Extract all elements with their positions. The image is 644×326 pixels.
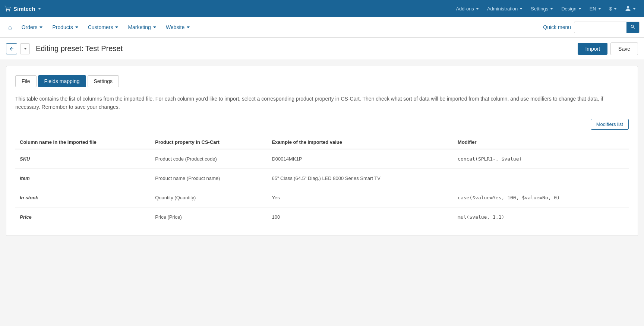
modifiers-list-button[interactable]: Modifiers list xyxy=(591,119,629,130)
tab-settings[interactable]: Settings xyxy=(88,75,119,87)
tab-fields-mapping[interactable]: Fields mapping xyxy=(38,75,86,87)
col-header-modifier: Modifier xyxy=(453,136,629,149)
row-3-column-name: Price xyxy=(15,207,151,227)
row-3-property: Price (Price) xyxy=(151,207,267,227)
row-1-column-name: Item xyxy=(15,168,151,188)
administration-menu[interactable]: Administration xyxy=(483,4,526,14)
col-header-example: Example of the imported value xyxy=(267,136,453,149)
row-0-property: Product code (Product code) xyxy=(151,149,267,169)
table-row: Price Price (Price) 100 mul($value, 1.1) xyxy=(15,207,629,227)
design-caret xyxy=(578,8,581,10)
addons-menu[interactable]: Add-ons xyxy=(452,4,482,14)
table-body: SKU Product code (Product code) D00014MK… xyxy=(15,149,629,227)
addons-caret xyxy=(476,8,479,10)
import-button[interactable]: Import xyxy=(578,43,607,55)
user-icon xyxy=(625,6,631,12)
currency-caret xyxy=(614,8,617,10)
lang-caret xyxy=(598,8,601,10)
home-icon: ⌂ xyxy=(8,24,12,31)
search-input[interactable] xyxy=(574,23,626,32)
row-2-column-name: In stock xyxy=(15,188,151,207)
table-row: In stock Quantity (Quantity) Yes case($v… xyxy=(15,188,629,207)
design-menu[interactable]: Design xyxy=(558,4,585,14)
table-row: Item Product name (Product name) 65" Cla… xyxy=(15,168,629,188)
quick-menu-link[interactable]: Quick menu xyxy=(543,24,571,30)
products-menu[interactable]: Products xyxy=(48,21,82,33)
marketing-menu[interactable]: Marketing xyxy=(123,21,160,33)
customers-menu[interactable]: Customers xyxy=(83,21,123,33)
marketing-caret xyxy=(153,26,156,28)
customers-caret xyxy=(115,26,118,28)
second-bar: ⌂ Orders Products Customers Marketing We… xyxy=(0,17,644,38)
row-0-example: D00014MK1P xyxy=(267,149,453,169)
settings-caret xyxy=(550,8,553,10)
tab-file[interactable]: File xyxy=(15,75,37,87)
top-nav: Add-ons Administration Settings Design E… xyxy=(452,3,640,14)
back-arrow-icon xyxy=(9,46,14,51)
row-0-modifier: concat(SPLR1-, $value) xyxy=(453,149,629,169)
website-menu[interactable]: Website xyxy=(161,21,194,33)
title-dropdown-button[interactable] xyxy=(20,43,30,54)
mapping-table: Column name in the imported file Product… xyxy=(15,136,629,227)
user-caret xyxy=(633,8,636,10)
table-header: Column name in the imported file Product… xyxy=(15,136,629,149)
col-header-column-name: Column name in the imported file xyxy=(15,136,151,149)
back-button[interactable] xyxy=(6,43,17,54)
row-3-example: 100 xyxy=(267,207,453,227)
tab-bar: File Fields mapping Settings xyxy=(15,75,629,87)
description-text: This table contains the list of columns … xyxy=(15,95,629,111)
row-0-column-name: SKU xyxy=(15,149,151,169)
search-button[interactable] xyxy=(626,22,639,33)
row-1-property: Product name (Product name) xyxy=(151,168,267,188)
row-2-property: Quantity (Quantity) xyxy=(151,188,267,207)
title-bar: Editing preset: Test Preset Import Save xyxy=(0,38,644,60)
website-caret xyxy=(187,26,190,28)
search-box xyxy=(574,22,640,33)
row-1-example: 65" Class (64.5" Diag.) LED 8000 Series … xyxy=(267,168,453,188)
cart-icon xyxy=(4,5,11,12)
table-row: SKU Product code (Product code) D00014MK… xyxy=(15,149,629,169)
user-menu[interactable] xyxy=(621,3,640,14)
col-header-property: Product property in CS-Cart xyxy=(151,136,267,149)
second-nav: Orders Products Customers Marketing Webs… xyxy=(17,21,542,33)
orders-menu[interactable]: Orders xyxy=(17,21,47,33)
page-title: Editing preset: Test Preset xyxy=(36,44,575,53)
brand-logo[interactable]: Simtech xyxy=(4,5,41,12)
save-button[interactable]: Save xyxy=(610,42,638,55)
currency-menu[interactable]: $ xyxy=(606,4,621,14)
settings-menu[interactable]: Settings xyxy=(527,4,557,14)
row-2-modifier: case($value=Yes, 100, $value=No, 0) xyxy=(453,188,629,207)
modifiers-row: Modifiers list xyxy=(15,119,629,130)
home-button[interactable]: ⌂ xyxy=(4,21,16,34)
brand-caret xyxy=(38,8,41,10)
second-bar-right: Quick menu xyxy=(543,22,640,33)
search-icon xyxy=(630,24,635,29)
top-bar: Simtech Add-ons Administration Settings … xyxy=(0,0,644,17)
language-menu[interactable]: EN xyxy=(586,4,605,14)
orders-caret xyxy=(40,26,42,28)
row-1-modifier xyxy=(453,168,629,188)
administration-caret xyxy=(520,8,523,10)
main-content: File Fields mapping Settings This table … xyxy=(6,66,638,236)
products-caret xyxy=(75,26,78,28)
title-dropdown-caret xyxy=(24,48,27,50)
row-3-modifier: mul($value, 1.1) xyxy=(453,207,629,227)
row-2-example: Yes xyxy=(267,188,453,207)
